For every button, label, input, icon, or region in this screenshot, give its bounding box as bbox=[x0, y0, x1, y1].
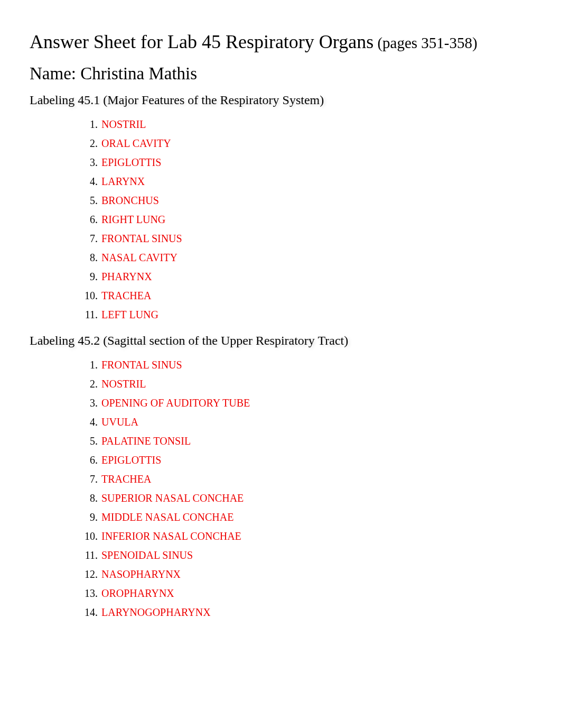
page-title: Answer Sheet for Lab 45 Respiratory Orga… bbox=[30, 31, 531, 53]
title-main: Answer Sheet for Lab 45 Respiratory Orga… bbox=[30, 31, 373, 52]
answer-text: LARYNX bbox=[101, 176, 145, 187]
list-item: OPENING OF AUDITORY TUBE bbox=[100, 393, 531, 412]
answer-text: FRONTAL SINUS bbox=[101, 359, 182, 371]
list-item: EPIGLOTTIS bbox=[100, 450, 531, 469]
list-item: NASOPHARYNX bbox=[100, 565, 531, 584]
answer-text: SPENOIDAL SINUS bbox=[101, 549, 193, 561]
answer-text: SUPERIOR NASAL CONCHAE bbox=[101, 492, 244, 504]
section-heading-2: Labeling 45.2 (Sagittal section of the U… bbox=[30, 334, 531, 348]
list-item: NASAL CAVITY bbox=[100, 248, 531, 267]
answer-text: MIDDLE NASAL CONCHAE bbox=[101, 511, 233, 523]
list-item: ORAL CAVITY bbox=[100, 134, 531, 153]
answer-text: EPIGLOTTIS bbox=[101, 454, 161, 466]
answer-text: LARYNOGOPHARYNX bbox=[101, 606, 211, 618]
answer-text: FRONTAL SINUS bbox=[101, 233, 182, 244]
list-item: SUPERIOR NASAL CONCHAE bbox=[100, 489, 531, 508]
list-item: FRONTAL SINUS bbox=[100, 229, 531, 248]
name-label: Name: bbox=[30, 64, 80, 83]
list-item: UVULA bbox=[100, 412, 531, 431]
list-item: TRACHEA bbox=[100, 286, 531, 305]
answer-text: TRACHEA bbox=[101, 473, 151, 485]
list-item: EPIGLOTTIS bbox=[100, 153, 531, 172]
answer-text: NASOPHARYNX bbox=[101, 568, 181, 580]
list-item: TRACHEA bbox=[100, 469, 531, 489]
title-pages: (pages 351-358) bbox=[373, 34, 478, 51]
answer-text: OROPHARYNX bbox=[101, 587, 174, 599]
answer-text: NOSTRIL bbox=[101, 118, 146, 130]
answer-text: ORAL CAVITY bbox=[101, 137, 171, 149]
answer-text: LEFT LUNG bbox=[101, 309, 158, 320]
name-value: Christina Mathis bbox=[80, 64, 197, 83]
list-item: LARYNOGOPHARYNX bbox=[100, 603, 531, 622]
answer-text: OPENING OF AUDITORY TUBE bbox=[101, 397, 250, 409]
answer-text: RIGHT LUNG bbox=[101, 214, 165, 225]
list-item: LARYNX bbox=[100, 172, 531, 191]
list-item: BRONCHUS bbox=[100, 191, 531, 210]
list-item: SPENOIDAL SINUS bbox=[100, 546, 531, 565]
list-item: RIGHT LUNG bbox=[100, 210, 531, 229]
section-heading-1: Labeling 45.1 (Major Features of the Res… bbox=[30, 93, 531, 107]
list-item: PHARYNX bbox=[100, 267, 531, 286]
answer-text: BRONCHUS bbox=[101, 195, 159, 206]
answer-text: PHARYNX bbox=[101, 271, 152, 282]
list-item: NOSTRIL bbox=[100, 374, 531, 393]
list-item: FRONTAL SINUS bbox=[100, 355, 531, 374]
answer-text: NOSTRIL bbox=[101, 378, 146, 390]
answer-list-2: FRONTAL SINUS NOSTRIL OPENING OF AUDITOR… bbox=[73, 355, 531, 622]
list-item: MIDDLE NASAL CONCHAE bbox=[100, 508, 531, 527]
answer-text: NASAL CAVITY bbox=[101, 252, 177, 263]
answer-text: UVULA bbox=[101, 416, 138, 428]
answer-text: TRACHEA bbox=[101, 290, 151, 301]
list-item: LEFT LUNG bbox=[100, 305, 531, 324]
student-name-line: Name: Christina Mathis bbox=[30, 64, 531, 84]
list-item: NOSTRIL bbox=[100, 115, 531, 134]
answer-text: INFERIOR NASAL CONCHAE bbox=[101, 530, 241, 542]
answer-text: EPIGLOTTIS bbox=[101, 156, 161, 168]
list-item: PALATINE TONSIL bbox=[100, 431, 531, 450]
list-item: OROPHARYNX bbox=[100, 584, 531, 603]
list-item: INFERIOR NASAL CONCHAE bbox=[100, 527, 531, 546]
answer-text: PALATINE TONSIL bbox=[101, 435, 191, 447]
answer-list-1: NOSTRIL ORAL CAVITY EPIGLOTTIS LARYNX BR… bbox=[73, 115, 531, 324]
